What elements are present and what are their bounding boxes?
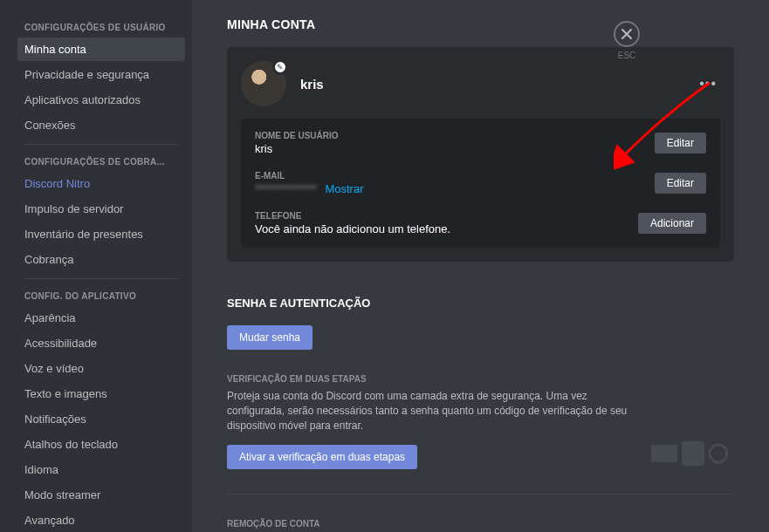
sidebar-item-privacy-safety[interactable]: Privacidade e segurança bbox=[17, 63, 185, 86]
close-icon bbox=[621, 28, 633, 40]
two-fa-header: VERIFICAÇÃO EM DUAS ETAPAS bbox=[227, 374, 629, 384]
field-value: Você ainda não adicionou um telefone. bbox=[255, 222, 450, 235]
settings-content: MINHA CONTA ✎ kris ••• NOME DE USUÁRIO k… bbox=[192, 0, 769, 532]
field-phone: TELEFONE Você ainda não adicionou um tel… bbox=[255, 211, 706, 235]
sidebar-section-header: CONFIGURAÇÕES DE COBRA... bbox=[17, 152, 185, 172]
sidebar-item-connections[interactable]: Conexões bbox=[17, 113, 185, 137]
edit-email-button[interactable]: Editar bbox=[655, 173, 706, 194]
enable-two-fa-button[interactable]: Ativar a verificação em duas etapas bbox=[227, 445, 417, 469]
sidebar-item-notifications[interactable]: Notificações bbox=[17, 407, 185, 431]
sidebar-item-my-account[interactable]: Minha conta bbox=[17, 38, 185, 61]
svg-rect-3 bbox=[651, 445, 677, 462]
sidebar-item-streamer-mode[interactable]: Modo streamer bbox=[17, 483, 185, 507]
sidebar-item-server-boost[interactable]: Impulso de servidor bbox=[17, 197, 185, 221]
field-email: E-MAIL ************** Mostrar Editar bbox=[255, 171, 706, 195]
sidebar-item-gift-inventory[interactable]: Inventário de presentes bbox=[17, 222, 185, 246]
divider bbox=[24, 144, 178, 145]
close-button[interactable] bbox=[614, 21, 640, 47]
divider bbox=[24, 278, 178, 279]
reveal-email-link[interactable]: Mostrar bbox=[325, 182, 363, 195]
add-phone-button[interactable]: Adicionar bbox=[638, 213, 706, 234]
sidebar-item-nitro[interactable]: Discord Nitro bbox=[17, 172, 185, 195]
field-value: kris bbox=[255, 142, 339, 155]
field-label: TELEFONE bbox=[255, 211, 450, 221]
sidebar-item-appearance[interactable]: Aparência bbox=[17, 306, 185, 330]
sidebar-item-keybinds[interactable]: Atalhos do teclado bbox=[17, 433, 185, 456]
field-label: E-MAIL bbox=[255, 171, 364, 181]
avatar[interactable]: ✎ bbox=[241, 61, 286, 106]
field-value: ************** Mostrar bbox=[255, 182, 364, 195]
divider bbox=[227, 494, 734, 494]
sidebar-item-accessibility[interactable]: Acessibilidade bbox=[17, 331, 185, 355]
svg-rect-4 bbox=[682, 441, 704, 466]
sidebar-item-language[interactable]: Idioma bbox=[17, 458, 185, 481]
account-fields: NOME DE USUÁRIO kris Editar E-MAIL *****… bbox=[241, 119, 720, 248]
close-label: ESC bbox=[618, 51, 636, 60]
field-label: NOME DE USUÁRIO bbox=[255, 131, 339, 140]
svg-point-5 bbox=[710, 445, 727, 462]
sidebar-section-header: CONFIG. DO APLICATIVO bbox=[17, 286, 185, 306]
username-display: kris bbox=[300, 77, 324, 92]
settings-sidebar: CONFIGURAÇÕES DE USUÁRIOMinha contaPriva… bbox=[0, 0, 192, 532]
page-title: MINHA CONTA bbox=[227, 17, 734, 31]
sidebar-item-authorized-apps[interactable]: Aplicativos autorizados bbox=[17, 88, 185, 112]
sidebar-item-voice-video[interactable]: Voz e vídeo bbox=[17, 357, 185, 380]
edit-username-button[interactable]: Editar bbox=[655, 133, 706, 153]
sidebar-item-text-images[interactable]: Texto e imagens bbox=[17, 382, 185, 406]
sidebar-section-header: CONFIGURAÇÕES DE USUÁRIO bbox=[17, 17, 185, 38]
change-password-button[interactable]: Mudar senha bbox=[227, 325, 312, 350]
removal-header: REMOÇÃO DE CONTA bbox=[227, 519, 734, 529]
profile-card: ✎ kris ••• NOME DE USUÁRIO kris Editar E… bbox=[227, 47, 734, 262]
field-username: NOME DE USUÁRIO kris Editar bbox=[255, 131, 706, 155]
avatar-edit-badge[interactable]: ✎ bbox=[272, 59, 288, 75]
close-settings: ESC bbox=[614, 21, 640, 60]
sidebar-item-billing[interactable]: Cobrança bbox=[17, 248, 185, 271]
two-fa-illustration bbox=[647, 438, 734, 469]
sidebar-item-advanced[interactable]: Avançado bbox=[17, 508, 185, 532]
profile-menu-icon[interactable]: ••• bbox=[699, 76, 717, 92]
two-fa-desc: Proteja sua conta do Discord com uma cam… bbox=[227, 389, 629, 433]
section-title-password: SENHA E AUTENTICAÇÃO bbox=[227, 297, 734, 310]
